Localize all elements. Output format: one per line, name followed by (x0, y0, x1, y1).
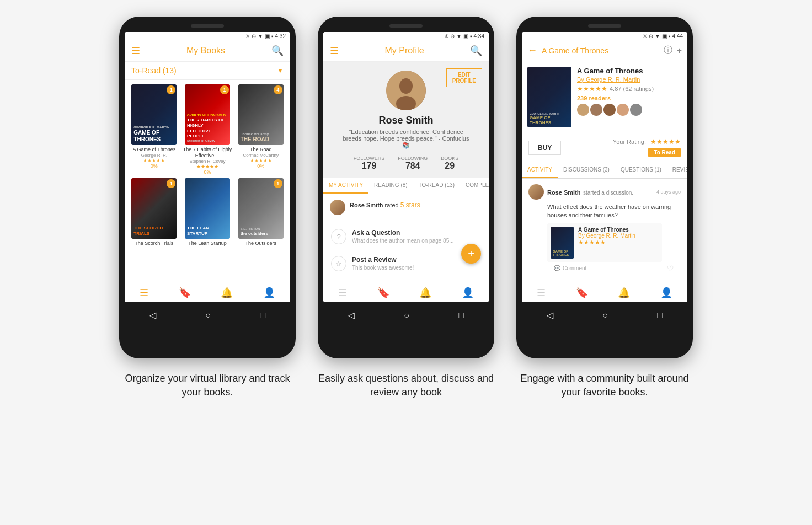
section-bar-1: To-Read (13) ▼ (125, 62, 290, 80)
menu-icon-2[interactable]: ☰ (330, 45, 339, 57)
dropdown-icon-1[interactable]: ▼ (277, 67, 284, 74)
home-button-2[interactable]: ○ (404, 310, 409, 320)
book-detail-header: ← A Game of Thrones ⓘ + (522, 40, 687, 61)
mini-book-card[interactable]: GAME OF THRONES A Game of Thrones By Geo… (547, 223, 662, 262)
edit-profile-button[interactable]: EDIT PROFILE (446, 68, 482, 87)
activity-footer: 💬 Comment ♡ (528, 262, 681, 275)
back-arrow-icon[interactable]: ← (527, 45, 537, 56)
detail-activity: Rose Smith started a discussion. 4 days … (522, 179, 687, 289)
phone2-screen: ✳ ⊖ ▼ ▣ ▪ 4:34 ☰ My Profile 🔍 (323, 32, 489, 302)
network-icon-3: ▣ (662, 33, 667, 39)
bell-nav-icon-2[interactable]: 🔔 (419, 287, 431, 299)
reader-avatar (577, 104, 589, 116)
books-label: BOOKS (441, 156, 458, 161)
phone2: ✳ ⊖ ▼ ▣ ▪ 4:34 ☰ My Profile 🔍 (318, 17, 494, 358)
heart-icon[interactable]: ♡ (667, 264, 674, 273)
reader-avatar (590, 104, 602, 116)
list-item[interactable]: GEORGE R.R. MARTIN GAME OF THRONES 1 A G… (129, 84, 179, 175)
tab-to-read[interactable]: TO-READ (13) (413, 178, 460, 194)
phone2-caption: Easily ask questions about, discuss and … (318, 372, 494, 399)
back-button-2[interactable]: ◁ (348, 310, 355, 320)
book-badge: 1 (220, 85, 229, 94)
reader-avatar (630, 104, 642, 116)
list-item[interactable]: THE SCORCH TRIALS 1 The Scorch Trials (129, 178, 179, 247)
battery-icon: ▪ (271, 33, 274, 39)
book-info-author[interactable]: By George R. R. Martin (577, 76, 682, 83)
bell-nav-icon[interactable]: 🔔 (221, 287, 233, 299)
activity-user-name: Rose Smith (547, 189, 581, 196)
tab-activity[interactable]: ACTIVITY (522, 162, 558, 178)
buy-button[interactable]: BUY (528, 141, 561, 155)
phone2-speaker (389, 24, 423, 28)
bluetooth-icon: ✳ (245, 33, 250, 39)
followers-count: 179 (354, 161, 385, 171)
question-icon: ? (331, 229, 346, 244)
recents-button-2[interactable]: □ (459, 310, 464, 320)
profile-nav-icon-3[interactable]: 👤 (660, 287, 672, 299)
activity-discussion-item: Rose Smith started a discussion. 4 days … (522, 179, 687, 281)
activity-avatar (330, 200, 345, 215)
bookmark-nav-icon[interactable]: 🔖 (179, 287, 191, 299)
book-badge: 1 (274, 179, 282, 188)
status-time-1: 4:32 (275, 33, 286, 39)
tab-questions[interactable]: QUESTIONS (1) (615, 162, 667, 178)
profile-nav-icon-2[interactable]: 👤 (462, 287, 474, 299)
list-item[interactable]: S.E. HINTON the outsiders 1 The Outsider… (236, 178, 286, 247)
back-button-1[interactable]: ◁ (149, 310, 156, 320)
phone1-speaker (191, 24, 224, 28)
home-button-3[interactable]: ○ (602, 310, 608, 320)
profile-stats: FOLLOWERS 179 FOLLOWING 784 BOOKS 29 (354, 156, 459, 171)
home-nav-icon-2[interactable]: ☰ (338, 287, 347, 299)
search-icon-2[interactable]: 🔍 (470, 45, 482, 57)
phone3: ✳ ⊖ ▼ ▣ ▪ 4:44 ← A Game of Thrones ⓘ + (516, 17, 693, 358)
rating-row: ★★★★★ 4.87 (62 ratings) (577, 85, 682, 93)
menu-icon-1[interactable]: ☰ (131, 45, 140, 57)
home-button-1[interactable]: ○ (205, 310, 211, 320)
home-nav-icon-3[interactable]: ☰ (537, 287, 546, 299)
profile-area: EDIT PROFILE Rose Smith "Education breed… (323, 62, 489, 178)
recents-button-1[interactable]: □ (260, 310, 266, 320)
wifi-icon: ▼ (258, 33, 263, 39)
book-detail-title: A Game of Thrones (542, 46, 659, 55)
buy-rating-row: BUY Your Rating: ★★★★★ To Read (522, 133, 687, 162)
activity-item: Rose Smith rated 5 stars (323, 194, 489, 221)
bookmark-nav-icon-2[interactable]: 🔖 (377, 287, 389, 299)
book-title: The Scorch Trials (135, 240, 173, 247)
list-item[interactable]: OVER 15 MILLION SOLD THE 7 HABITS OF HIG… (183, 84, 233, 175)
mini-book-cover: GAME OF THRONES (551, 227, 574, 259)
detail-actions: ⓘ + (664, 45, 682, 56)
phone2-hardware-nav: ◁ ○ □ (323, 308, 489, 323)
tab-reading[interactable]: READING (8) (368, 178, 413, 194)
list-item[interactable]: THE LEAN STARTUP The Lean Startup (183, 178, 233, 247)
status-bar-3: ✳ ⊖ ▼ ▣ ▪ 4:44 (522, 32, 687, 40)
fab-button[interactable]: + (461, 244, 481, 264)
search-icon-1[interactable]: 🔍 (271, 45, 284, 57)
list-item[interactable]: Cormac McCarthy THE ROAD 4 The Road Corm… (236, 84, 286, 175)
bell-nav-icon-3[interactable]: 🔔 (618, 287, 630, 299)
book-info-text: A Game of Thrones By George R. R. Martin… (577, 67, 682, 127)
rating-value: 4.87 (62 ratings) (610, 85, 654, 92)
profile-nav-icon[interactable]: 👤 (263, 287, 275, 299)
tab-my-activity[interactable]: MY ACTIVITY (323, 178, 368, 194)
profile-quote: "Education breeds confidence. Confidence… (330, 128, 482, 149)
avatar (386, 71, 426, 110)
bookmark-nav-icon-3[interactable]: 🔖 (576, 287, 588, 299)
action-content: Ask a Question What does the author mean… (352, 229, 481, 244)
book-progress: 0% (257, 163, 264, 169)
tab-complete[interactable]: COMPLETE (460, 178, 489, 194)
phone1-screen: ✳ ⊖ ▼ ▣ ▪ 4:32 ☰ My Books 🔍 To-Read (13)… (125, 32, 290, 302)
to-read-badge[interactable]: To Read (648, 148, 681, 157)
bottom-nav-3: ☰ 🔖 🔔 👤 (522, 283, 687, 302)
tab-discussions[interactable]: DISCUSSIONS (3) (558, 162, 615, 178)
tab-reviews[interactable]: REVIEWS (667, 162, 687, 178)
app-header-2: ☰ My Profile 🔍 (323, 40, 489, 62)
phone1-container: ✳ ⊖ ▼ ▣ ▪ 4:32 ☰ My Books 🔍 To-Read (13)… (119, 17, 296, 399)
info-icon[interactable]: ⓘ (664, 45, 672, 56)
add-icon[interactable]: + (677, 46, 682, 56)
home-nav-icon[interactable]: ☰ (140, 287, 148, 299)
phones-row: ✳ ⊖ ▼ ▣ ▪ 4:32 ☰ My Books 🔍 To-Read (13)… (119, 17, 693, 399)
back-button-3[interactable]: ◁ (547, 310, 553, 320)
following-stat: FOLLOWING 784 (398, 156, 428, 171)
recents-button-3[interactable]: □ (658, 310, 663, 320)
bottom-nav-1: ☰ 🔖 🔔 👤 (125, 283, 290, 302)
